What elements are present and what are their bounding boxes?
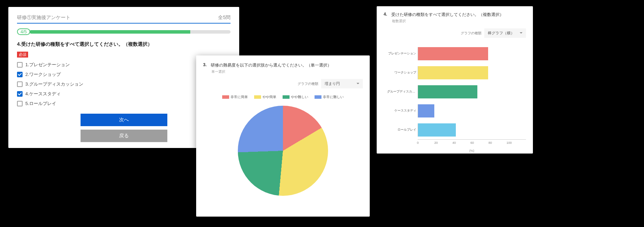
bar-label: ワークショップ — [387, 70, 418, 75]
bar-label: プレゼンテーション — [387, 51, 418, 56]
legend-item: やや難しい — [283, 95, 308, 99]
legend-swatch — [315, 95, 321, 99]
bar-question-text: 受けた研修の種類をすべて選択してください。（複数選択） — [391, 12, 504, 18]
axis-tick: 100 — [507, 140, 525, 145]
axis-row: 020406080100 — [418, 139, 526, 148]
question-text: 4.受けた研修の種類をすべて選択してください。（複数選択） — [17, 41, 231, 47]
pie-card: 3. 研修の難易度を以下の選択肢から選んでください。（単一選択） 単一選択 グラ… — [196, 55, 370, 217]
checkbox-icon[interactable] — [17, 101, 23, 106]
axis-tick: 60 — [470, 140, 488, 145]
bar-fill — [418, 123, 456, 137]
survey-total: 全5問 — [218, 15, 231, 21]
checkbox-icon[interactable] — [17, 91, 23, 97]
option-label: 2.ワークショップ — [25, 71, 61, 78]
option-label: 1.プレゼンテーション — [25, 62, 70, 68]
axis-ticks: 020406080100 — [418, 140, 526, 145]
bar-track — [418, 47, 526, 60]
legend-label: やや簡単 — [262, 95, 276, 99]
bar-graph-type: グラフの種類 棒グラフ（横） — [384, 28, 526, 38]
bar-chart: プレゼンテーションワークショップグループディスカッシ...ケーススタディロールプ… — [384, 44, 526, 139]
axis-tick: 20 — [434, 140, 452, 145]
bar-track — [418, 85, 526, 98]
pie-chart — [238, 106, 328, 196]
legend-label: 非常に難しい — [323, 95, 344, 99]
bar-row: ロールプレイ — [387, 120, 526, 139]
progress-fill — [30, 30, 190, 34]
checkbox-icon[interactable] — [17, 72, 23, 77]
checkbox-icon[interactable] — [17, 81, 23, 87]
bar-question-subtype: 複数選択 — [392, 19, 526, 24]
progress: 4/5 — [17, 28, 231, 35]
bar-graph-type-value: 棒グラフ（横） — [488, 31, 515, 35]
bar-fill — [418, 104, 434, 117]
option-label: 4.ケーススタディ — [25, 91, 61, 97]
bar-row: グループディスカッシ... — [387, 82, 526, 101]
pie-question-number: 3. — [203, 62, 207, 68]
graph-type-label: グラフの種類 — [298, 81, 318, 86]
bar-row: ワークショップ — [387, 63, 526, 82]
legend-swatch — [222, 95, 229, 99]
legend-swatch — [254, 95, 261, 99]
axis-tick: 80 — [488, 140, 507, 145]
bar-track — [418, 104, 526, 117]
bar-row: ケーススタディ — [387, 101, 526, 120]
axis-tick: 40 — [452, 140, 470, 145]
pie-wrap — [203, 106, 363, 196]
next-button[interactable]: 次へ — [81, 114, 167, 126]
pie-legend: 非常に簡単やや簡単やや難しい非常に難しい — [203, 95, 363, 99]
checkbox-icon[interactable] — [17, 62, 23, 68]
legend-item: やや簡単 — [254, 95, 276, 99]
pie-question-subtype: 単一選択 — [211, 69, 363, 74]
bar-track — [418, 123, 526, 137]
bar-question-number: 4. — [384, 12, 387, 18]
bar-question-row: 4. 受けた研修の種類をすべて選択してください。（複数選択） — [384, 12, 526, 18]
survey-header: 研修①実施後アンケート 全5問 — [17, 15, 231, 24]
bar-label: ケーススタディ — [387, 108, 418, 113]
pie-graph-type-value: 埋まり円 — [325, 81, 340, 86]
pie-graph-type: グラフの種類 埋まり円 — [203, 79, 363, 88]
back-button[interactable]: 戻る — [81, 130, 167, 142]
graph-type-label: グラフの種類 — [461, 31, 482, 36]
axis-label: (%) — [418, 149, 526, 152]
x-axis: 020406080100 — [418, 139, 526, 148]
bar-label: ロールプレイ — [387, 128, 418, 132]
bar-fill — [418, 66, 488, 79]
legend-label: 非常に簡単 — [231, 95, 248, 99]
bar-fill — [418, 47, 488, 60]
option-label: 3.グループディスカッション — [25, 81, 83, 87]
progress-pill: 4/5 — [17, 28, 30, 35]
legend-label: やや難しい — [291, 95, 308, 99]
legend-swatch — [283, 95, 290, 99]
bar-card: 4. 受けた研修の種類をすべて選択してください。（複数選択） 複数選択 グラフの… — [377, 6, 533, 154]
bar-graph-type-select[interactable]: 棒グラフ（横） — [484, 28, 526, 38]
bar-fill — [418, 85, 477, 98]
pie-question-row: 3. 研修の難易度を以下の選択肢から選んでください。（単一選択） — [203, 62, 363, 68]
option-label: 5.ロールプレイ — [25, 101, 56, 107]
axis-tick: 0 — [417, 140, 435, 145]
legend-item: 非常に難しい — [315, 95, 344, 99]
progress-bar — [30, 30, 231, 34]
legend-item: 非常に簡単 — [222, 95, 248, 99]
pie-question-text: 研修の難易度を以下の選択肢から選んでください。（単一選択） — [211, 62, 332, 68]
bar-label: グループディスカッシ... — [387, 89, 418, 94]
pie-graph-type-select[interactable]: 埋まり円 — [321, 79, 363, 88]
bar-row: プレゼンテーション — [387, 44, 526, 63]
survey-title: 研修①実施後アンケート — [17, 15, 70, 21]
bar-track — [418, 66, 526, 79]
required-badge: 必須 — [17, 52, 28, 58]
